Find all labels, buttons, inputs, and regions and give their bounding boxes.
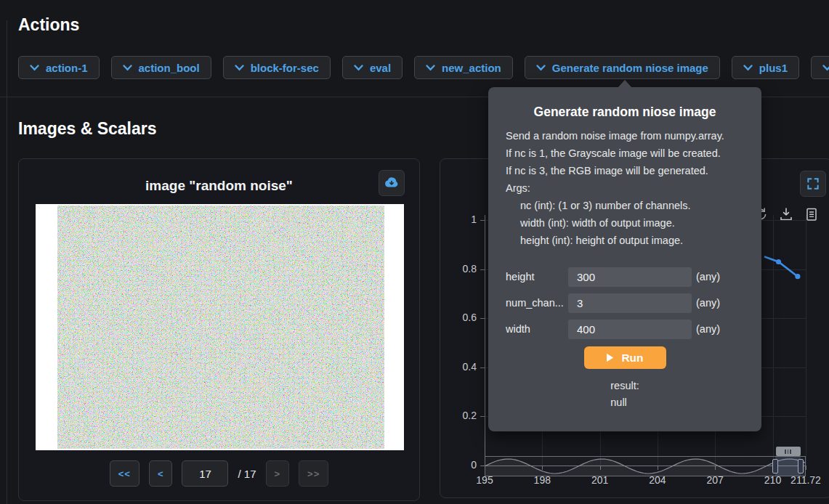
- chevron-down-icon: [743, 65, 753, 71]
- first-page-button[interactable]: <<: [110, 460, 139, 487]
- action-popup-generate-random-niose-image: Generate random niose image Send a rando…: [488, 87, 761, 431]
- grip-bar: [788, 450, 789, 454]
- datazoom-handle-right[interactable]: [798, 459, 804, 473]
- images-scalars-section-title: Images & Scalars: [18, 119, 157, 139]
- datazoom-slider[interactable]: [485, 456, 806, 476]
- grip-bar: [790, 450, 791, 454]
- action-button-action-1[interactable]: action-1: [18, 56, 100, 79]
- left-edge-divider: [7, 20, 7, 504]
- action-button-label: block-for-sec: [251, 62, 319, 74]
- popup-description-line: height (int): height of output image.: [506, 232, 744, 249]
- action-button-eval[interactable]: eval: [342, 56, 403, 79]
- image-figure-frame: [36, 204, 404, 450]
- arg-type-hint: (any): [696, 297, 720, 309]
- popup-title: Generate random niose image: [506, 105, 744, 120]
- page-number-input[interactable]: [182, 460, 228, 487]
- action-button-label: eval: [370, 62, 391, 74]
- chevron-down-icon: [235, 65, 244, 71]
- action-button-new-action[interactable]: new_action: [414, 56, 513, 79]
- datazoom-grip-tab[interactable]: [776, 447, 801, 456]
- action-button-label: plus1: [759, 62, 788, 74]
- popup-arg-form: height (any) num_chan... (any) width (an…: [506, 267, 744, 339]
- action-button-partial[interactable]: [811, 56, 829, 79]
- datazoom-window[interactable]: [775, 457, 800, 476]
- chevron-down-icon: [30, 65, 39, 71]
- popup-description-line: Send a random noise image from numpy.arr…: [506, 127, 744, 145]
- popup-description-line: Args:: [506, 179, 744, 197]
- popup-description-line: width (int): width of output image.: [506, 214, 744, 232]
- arg-name-label: height: [506, 271, 568, 283]
- action-button-generate-random-niose-image[interactable]: Generate random niose image: [525, 56, 720, 79]
- image-card-title: image "random noise": [19, 178, 419, 194]
- action-button-action-bool[interactable]: action_bool: [111, 56, 211, 79]
- action-button-plus1[interactable]: plus1: [732, 56, 799, 79]
- action-button-label: Generate random niose image: [552, 62, 708, 74]
- run-button[interactable]: Run: [584, 346, 666, 369]
- chevron-down-icon: [822, 65, 829, 71]
- arg-type-hint: (any): [696, 323, 720, 335]
- chevron-down-icon: [426, 65, 435, 71]
- result-block: result: null: [610, 378, 639, 411]
- cloud-download-icon: [383, 174, 400, 192]
- next-page-button[interactable]: >: [266, 460, 290, 487]
- actions-toolbar: action-1 action_bool block-for-sec eval …: [18, 56, 829, 79]
- arg-num-channels-input[interactable]: [568, 293, 692, 313]
- popup-description-line: If nc is 1, the Grayscale image will be …: [506, 145, 744, 162]
- image-card: image "random noise" << < / 17 > >>: [18, 158, 420, 501]
- chevron-down-icon: [354, 65, 363, 71]
- popup-description-line: If nc is 3, the RGB image will be genera…: [506, 162, 744, 179]
- action-button-label: new_action: [442, 62, 501, 74]
- actions-section-title: Actions: [18, 15, 79, 35]
- run-button-label: Run: [621, 351, 643, 365]
- image-upload-button[interactable]: [379, 170, 405, 196]
- arg-name-label: num_chan...: [506, 297, 568, 309]
- popup-arrow: [618, 80, 632, 88]
- action-button-block-for-sec[interactable]: block-for-sec: [223, 56, 331, 79]
- result-value: null: [610, 394, 639, 411]
- arg-width-input[interactable]: [568, 320, 692, 339]
- image-pagination: << < / 17 > >>: [19, 460, 419, 487]
- prev-page-button[interactable]: <: [149, 460, 173, 487]
- grip-bar: [785, 450, 786, 454]
- popup-description-line: nc (int): (1 or 3) number of channels.: [506, 197, 744, 214]
- arg-type-hint: (any): [696, 271, 720, 283]
- action-button-label: action-1: [46, 62, 88, 74]
- arg-row-width: width (any): [506, 319, 744, 339]
- datazoom-handle-left[interactable]: [772, 459, 778, 473]
- action-button-label: action_bool: [139, 62, 200, 74]
- arg-row-num-channels: num_chan... (any): [506, 293, 744, 313]
- noise-image: [57, 206, 384, 449]
- chevron-down-icon: [536, 65, 546, 71]
- arg-height-input[interactable]: [568, 267, 692, 287]
- chevron-down-icon: [123, 65, 132, 71]
- page-total-label: / 17: [238, 468, 256, 480]
- arg-row-height: height (any): [506, 267, 744, 287]
- play-icon: [606, 353, 614, 362]
- arg-name-label: width: [506, 323, 568, 335]
- result-label: result:: [610, 378, 639, 394]
- last-page-button[interactable]: >>: [299, 460, 328, 487]
